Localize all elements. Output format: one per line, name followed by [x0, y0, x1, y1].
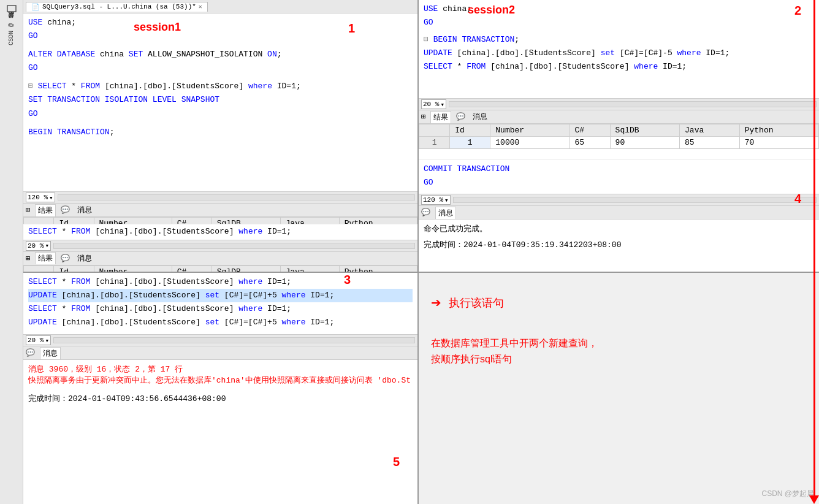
col-h-c-2: C#	[172, 265, 211, 272]
session1-tabbar: 📄 SQLQuery3.sql - L...U.china (sa (53))*…	[23, 0, 417, 13]
session2-result-tabs: ⊞ 结果 💬 消息	[419, 110, 819, 124]
msg-tab-s2[interactable]: 消息	[470, 111, 490, 123]
table-s2: Id Number C# SqlDB Java Python 1	[419, 124, 819, 149]
svg-rect-0	[7, 6, 16, 12]
left-sidebar: CSDN @梦起晨	[0, 0, 23, 504]
tab-icon: 📄	[31, 3, 40, 11]
s2-commit-1: COMMIT TRANSACTION	[424, 162, 814, 176]
b-line-1: SELECT * FROM [china].[dbo].[StudentsSco…	[28, 275, 413, 289]
bottom-section: 3 SELECT * FROM [china].[dbo].[StudentsS…	[23, 273, 819, 504]
session2-result-table: Id Number C# SqlDB Java Python 1	[419, 124, 819, 159]
hscroll-1[interactable]	[58, 194, 415, 200]
right-arrow-icon: ➔	[431, 292, 441, 313]
tab-label: SQLQuery3.sql - L...U.china (sa (53))*	[42, 3, 196, 10]
zoom-dropdown-bot[interactable]: 20 % ▾	[26, 335, 51, 345]
col-h-num-2: Number	[94, 265, 172, 272]
sql-line-3: ALTER DATABASE china SET ALLOW_SNAPSHOT_…	[28, 48, 413, 61]
table-2: Id Number C# SqlDB Java Python 1	[23, 265, 417, 272]
s2-commit-2: GO	[424, 176, 814, 189]
session1-select-line[interactable]: SELECT * FROM [china].[dbo].[StudentsSco…	[23, 224, 417, 240]
content-area: 📄 SQLQuery3.sql - L...U.china (sa (53))*…	[23, 0, 819, 504]
sidebar-icon-1[interactable]	[3, 2, 20, 17]
col-h-py-2: Python	[339, 265, 417, 272]
row-num-s2: 1	[419, 137, 450, 149]
col-header-number-1: Number	[94, 218, 172, 224]
msg-tab-label-1: 消息	[77, 205, 92, 215]
col-h-java-2: Java	[280, 265, 339, 272]
session1-result-table2: Id Number C# SqlDB Java Python 1	[23, 265, 417, 272]
msg-tab-s2b[interactable]: 消息	[435, 207, 456, 219]
bottom-editor[interactable]: SELECT * FROM [china].[dbo].[StudentsSco…	[23, 273, 417, 334]
hscroll-s2b[interactable]	[453, 197, 817, 203]
table-row-s2: 1 1 10000 65 90 85 70	[419, 137, 819, 149]
result-tab-label-2: 结果	[38, 253, 53, 264]
result-tab-2[interactable]: 结果	[35, 252, 56, 264]
s2-line-4: UPDATE [china].[dbo].[StudentsScore] set…	[424, 47, 814, 60]
zoom-arrow-s2b[interactable]: ▾	[444, 196, 449, 204]
msg-tab-bot[interactable]: 消息	[40, 347, 61, 359]
msg-tab-2[interactable]: 消息	[75, 253, 94, 264]
s2-line-1: USE china;	[424, 2, 814, 16]
cell-java-s2: 85	[680, 137, 740, 149]
session1-result-tabs: ⊞ 结果 💬 消息	[23, 204, 417, 217]
annotation-line-2: 按顺序执行sql语句	[431, 351, 807, 367]
zoom-arrow-2[interactable]: ▾	[45, 242, 49, 250]
sql-line-5: ⊟ SELECT * FROM [china].[dbo].[StudentsS…	[28, 80, 413, 93]
sql-line-2: GO	[28, 29, 413, 43]
grid-icon-1: ⊞	[26, 205, 30, 215]
result-tab-1[interactable]: 结果	[35, 204, 56, 216]
grid-icon-2: ⊞	[26, 254, 30, 263]
zoom-dropdown-1[interactable]: 120 % ▾	[26, 193, 55, 202]
msg-tab-label-bot: 消息	[43, 348, 58, 359]
bottom-right: ➔ 执行该语句 在数据库管理工具中开两个新建查询， 按顺序执行sql语句 CSD…	[419, 273, 819, 504]
sidebar-label[interactable]: CSDN @梦起晨	[7, 23, 16, 45]
msg-success-s2: 命令已成功完成。	[424, 223, 814, 234]
session2-editor-commit[interactable]: COMMIT TRANSACTION GO	[419, 159, 819, 194]
zoom-dropdown-s2[interactable]: 20 % ▾	[421, 99, 446, 109]
zoom-value-s2b: 120 %	[423, 196, 443, 204]
session1-result-tabs2: ⊞ 结果 💬 消息	[23, 252, 417, 265]
s2-line-5: SELECT * FROM [china].[dbo].[StudentsSco…	[424, 60, 814, 74]
col-h-id-s2: Id	[450, 124, 490, 137]
arrow-annotation: ➔ 执行该语句	[431, 292, 807, 313]
table-1: Id Number C# SqlDB Java Python 1	[23, 217, 417, 224]
session1-editor[interactable]: session1 1 USE china; GO ALTER DATABASE	[23, 13, 417, 191]
msg-icon-s2: 💬	[456, 112, 465, 121]
s2-line-3: ⊟ BEGIN TRANSACTION;	[424, 33, 814, 47]
cell-csharp-s2: 65	[569, 137, 610, 149]
tab-close[interactable]: ✕	[199, 3, 202, 10]
hscroll-s2[interactable]	[449, 101, 817, 107]
cell-python-s2: 70	[739, 137, 818, 149]
session2-editor[interactable]: USE china; GO ⊟ BEGIN TRANSACTION; UPDAT…	[419, 0, 819, 98]
hscroll-2[interactable]	[53, 243, 415, 249]
top-panels: 📄 SQLQuery3.sql - L...U.china (sa (53))*…	[23, 0, 819, 273]
msg-icon-2: 💬	[61, 254, 70, 263]
hscroll-bot[interactable]	[53, 337, 415, 343]
session1-panel: 📄 SQLQuery3.sql - L...U.china (sa (53))*…	[23, 0, 419, 272]
msg-tab-label-s2b: 消息	[438, 208, 453, 218]
b-line-3: SELECT * FROM [china].[dbo].[StudentsSco…	[28, 302, 413, 316]
cell-number-s2: 10000	[490, 137, 569, 149]
sql-line-7: GO	[28, 107, 413, 121]
annotation-block: 在数据库管理工具中开两个新建查询， 按顺序执行sql语句	[431, 335, 807, 367]
session2-zoombar: 20 % ▾	[419, 98, 819, 110]
col-header-sqldb-1: SqlDB	[211, 218, 280, 224]
zoom-dropdown-2[interactable]: 20 % ▾	[26, 241, 51, 251]
col-header-empty-1	[24, 218, 54, 224]
session1-tab[interactable]: 📄 SQLQuery3.sql - L...U.china (sa (53))*…	[26, 2, 208, 12]
msg-icon-1: 💬	[61, 205, 70, 215]
zoom-arrow-1[interactable]: ▾	[49, 194, 53, 202]
zoom-value-bot: 20 %	[28, 337, 44, 344]
zoom-value-1: 120 %	[28, 194, 48, 201]
zoom-value-s2: 20 %	[423, 101, 439, 108]
msg-tab-label-2: 消息	[77, 253, 92, 264]
session2-panel: session2 2 USE china; GO ⊟ BEGIN TRANSAC…	[419, 0, 819, 272]
result-tab-s2[interactable]: 结果	[430, 111, 451, 123]
col-h-c-s2: C#	[569, 124, 610, 137]
msg-tab-1[interactable]: 消息	[75, 204, 94, 216]
zoom-dropdown-s2b[interactable]: 120 % ▾	[421, 195, 451, 205]
zoom-arrow-s2[interactable]: ▾	[440, 101, 444, 109]
zoom-arrow-bot[interactable]: ▾	[45, 337, 49, 345]
cell-sqldb-s2: 90	[610, 137, 679, 149]
session2-message-area: 命令已成功完成。 完成时间：2024-01-04T09:35:19.341220…	[419, 220, 819, 272]
